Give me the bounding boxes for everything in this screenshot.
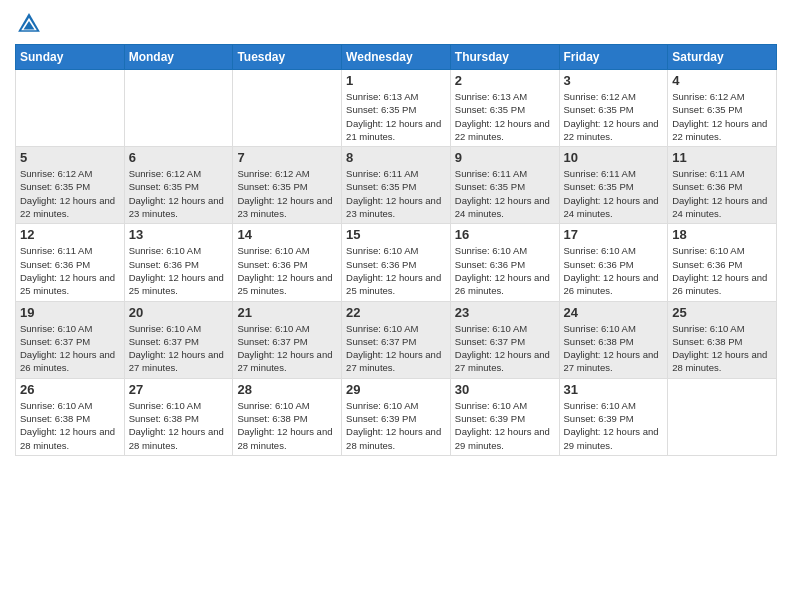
day-number: 30 — [455, 382, 555, 397]
day-number: 9 — [455, 150, 555, 165]
calendar-day-cell: 24Sunrise: 6:10 AMSunset: 6:38 PMDayligh… — [559, 301, 668, 378]
day-number: 22 — [346, 305, 446, 320]
calendar-day-cell — [233, 70, 342, 147]
calendar-day-cell: 22Sunrise: 6:10 AMSunset: 6:37 PMDayligh… — [342, 301, 451, 378]
day-of-week-header: Saturday — [668, 45, 777, 70]
calendar-table: SundayMondayTuesdayWednesdayThursdayFrid… — [15, 44, 777, 456]
day-info: Sunrise: 6:10 AMSunset: 6:36 PMDaylight:… — [564, 244, 664, 297]
calendar-day-cell: 30Sunrise: 6:10 AMSunset: 6:39 PMDayligh… — [450, 378, 559, 455]
calendar-day-cell: 20Sunrise: 6:10 AMSunset: 6:37 PMDayligh… — [124, 301, 233, 378]
day-number: 10 — [564, 150, 664, 165]
day-info: Sunrise: 6:12 AMSunset: 6:35 PMDaylight:… — [129, 167, 229, 220]
day-number: 6 — [129, 150, 229, 165]
calendar-day-cell: 12Sunrise: 6:11 AMSunset: 6:36 PMDayligh… — [16, 224, 125, 301]
day-info: Sunrise: 6:10 AMSunset: 6:38 PMDaylight:… — [672, 322, 772, 375]
day-info: Sunrise: 6:11 AMSunset: 6:36 PMDaylight:… — [20, 244, 120, 297]
day-info: Sunrise: 6:10 AMSunset: 6:36 PMDaylight:… — [346, 244, 446, 297]
calendar-day-cell: 8Sunrise: 6:11 AMSunset: 6:35 PMDaylight… — [342, 147, 451, 224]
day-info: Sunrise: 6:10 AMSunset: 6:37 PMDaylight:… — [237, 322, 337, 375]
calendar-day-cell: 9Sunrise: 6:11 AMSunset: 6:35 PMDaylight… — [450, 147, 559, 224]
calendar-day-cell: 26Sunrise: 6:10 AMSunset: 6:38 PMDayligh… — [16, 378, 125, 455]
day-info: Sunrise: 6:10 AMSunset: 6:36 PMDaylight:… — [672, 244, 772, 297]
day-info: Sunrise: 6:12 AMSunset: 6:35 PMDaylight:… — [564, 90, 664, 143]
day-info: Sunrise: 6:12 AMSunset: 6:35 PMDaylight:… — [237, 167, 337, 220]
calendar-day-cell: 6Sunrise: 6:12 AMSunset: 6:35 PMDaylight… — [124, 147, 233, 224]
calendar-day-cell: 15Sunrise: 6:10 AMSunset: 6:36 PMDayligh… — [342, 224, 451, 301]
calendar-day-cell: 19Sunrise: 6:10 AMSunset: 6:37 PMDayligh… — [16, 301, 125, 378]
day-number: 26 — [20, 382, 120, 397]
day-number: 16 — [455, 227, 555, 242]
day-info: Sunrise: 6:13 AMSunset: 6:35 PMDaylight:… — [455, 90, 555, 143]
day-info: Sunrise: 6:12 AMSunset: 6:35 PMDaylight:… — [20, 167, 120, 220]
day-info: Sunrise: 6:10 AMSunset: 6:38 PMDaylight:… — [20, 399, 120, 452]
day-info: Sunrise: 6:11 AMSunset: 6:36 PMDaylight:… — [672, 167, 772, 220]
day-number: 3 — [564, 73, 664, 88]
day-info: Sunrise: 6:10 AMSunset: 6:37 PMDaylight:… — [455, 322, 555, 375]
calendar-day-cell: 25Sunrise: 6:10 AMSunset: 6:38 PMDayligh… — [668, 301, 777, 378]
day-number: 20 — [129, 305, 229, 320]
day-info: Sunrise: 6:10 AMSunset: 6:38 PMDaylight:… — [129, 399, 229, 452]
calendar-day-cell: 28Sunrise: 6:10 AMSunset: 6:38 PMDayligh… — [233, 378, 342, 455]
day-of-week-header: Tuesday — [233, 45, 342, 70]
day-of-week-header: Friday — [559, 45, 668, 70]
day-info: Sunrise: 6:10 AMSunset: 6:36 PMDaylight:… — [455, 244, 555, 297]
day-info: Sunrise: 6:10 AMSunset: 6:36 PMDaylight:… — [129, 244, 229, 297]
day-number: 2 — [455, 73, 555, 88]
calendar-day-cell: 5Sunrise: 6:12 AMSunset: 6:35 PMDaylight… — [16, 147, 125, 224]
calendar-day-cell: 16Sunrise: 6:10 AMSunset: 6:36 PMDayligh… — [450, 224, 559, 301]
day-of-week-header: Monday — [124, 45, 233, 70]
day-of-week-header: Sunday — [16, 45, 125, 70]
header — [15, 10, 777, 38]
day-number: 13 — [129, 227, 229, 242]
day-number: 7 — [237, 150, 337, 165]
day-info: Sunrise: 6:10 AMSunset: 6:37 PMDaylight:… — [346, 322, 446, 375]
day-info: Sunrise: 6:10 AMSunset: 6:38 PMDaylight:… — [237, 399, 337, 452]
day-info: Sunrise: 6:10 AMSunset: 6:37 PMDaylight:… — [20, 322, 120, 375]
day-number: 5 — [20, 150, 120, 165]
calendar-header-row: SundayMondayTuesdayWednesdayThursdayFrid… — [16, 45, 777, 70]
calendar-day-cell: 11Sunrise: 6:11 AMSunset: 6:36 PMDayligh… — [668, 147, 777, 224]
calendar-day-cell: 17Sunrise: 6:10 AMSunset: 6:36 PMDayligh… — [559, 224, 668, 301]
calendar-week-row: 19Sunrise: 6:10 AMSunset: 6:37 PMDayligh… — [16, 301, 777, 378]
day-number: 19 — [20, 305, 120, 320]
calendar-day-cell: 21Sunrise: 6:10 AMSunset: 6:37 PMDayligh… — [233, 301, 342, 378]
day-info: Sunrise: 6:10 AMSunset: 6:39 PMDaylight:… — [455, 399, 555, 452]
day-info: Sunrise: 6:11 AMSunset: 6:35 PMDaylight:… — [346, 167, 446, 220]
calendar-day-cell — [124, 70, 233, 147]
day-info: Sunrise: 6:11 AMSunset: 6:35 PMDaylight:… — [564, 167, 664, 220]
calendar-week-row: 5Sunrise: 6:12 AMSunset: 6:35 PMDaylight… — [16, 147, 777, 224]
day-info: Sunrise: 6:12 AMSunset: 6:35 PMDaylight:… — [672, 90, 772, 143]
day-info: Sunrise: 6:10 AMSunset: 6:39 PMDaylight:… — [564, 399, 664, 452]
calendar-day-cell: 2Sunrise: 6:13 AMSunset: 6:35 PMDaylight… — [450, 70, 559, 147]
day-number: 21 — [237, 305, 337, 320]
day-number: 27 — [129, 382, 229, 397]
calendar-day-cell: 23Sunrise: 6:10 AMSunset: 6:37 PMDayligh… — [450, 301, 559, 378]
day-number: 25 — [672, 305, 772, 320]
calendar-day-cell: 1Sunrise: 6:13 AMSunset: 6:35 PMDaylight… — [342, 70, 451, 147]
day-info: Sunrise: 6:13 AMSunset: 6:35 PMDaylight:… — [346, 90, 446, 143]
day-number: 15 — [346, 227, 446, 242]
calendar-week-row: 12Sunrise: 6:11 AMSunset: 6:36 PMDayligh… — [16, 224, 777, 301]
calendar-day-cell: 31Sunrise: 6:10 AMSunset: 6:39 PMDayligh… — [559, 378, 668, 455]
day-info: Sunrise: 6:11 AMSunset: 6:35 PMDaylight:… — [455, 167, 555, 220]
day-number: 8 — [346, 150, 446, 165]
day-number: 4 — [672, 73, 772, 88]
day-info: Sunrise: 6:10 AMSunset: 6:39 PMDaylight:… — [346, 399, 446, 452]
logo-icon — [15, 10, 43, 38]
day-info: Sunrise: 6:10 AMSunset: 6:36 PMDaylight:… — [237, 244, 337, 297]
day-of-week-header: Thursday — [450, 45, 559, 70]
page: SundayMondayTuesdayWednesdayThursdayFrid… — [0, 0, 792, 612]
day-number: 12 — [20, 227, 120, 242]
day-info: Sunrise: 6:10 AMSunset: 6:37 PMDaylight:… — [129, 322, 229, 375]
day-number: 29 — [346, 382, 446, 397]
day-number: 24 — [564, 305, 664, 320]
calendar-week-row: 1Sunrise: 6:13 AMSunset: 6:35 PMDaylight… — [16, 70, 777, 147]
calendar-day-cell: 14Sunrise: 6:10 AMSunset: 6:36 PMDayligh… — [233, 224, 342, 301]
calendar-day-cell: 7Sunrise: 6:12 AMSunset: 6:35 PMDaylight… — [233, 147, 342, 224]
calendar-day-cell: 29Sunrise: 6:10 AMSunset: 6:39 PMDayligh… — [342, 378, 451, 455]
calendar-day-cell — [16, 70, 125, 147]
calendar-week-row: 26Sunrise: 6:10 AMSunset: 6:38 PMDayligh… — [16, 378, 777, 455]
logo — [15, 10, 47, 38]
calendar-day-cell: 10Sunrise: 6:11 AMSunset: 6:35 PMDayligh… — [559, 147, 668, 224]
day-number: 23 — [455, 305, 555, 320]
